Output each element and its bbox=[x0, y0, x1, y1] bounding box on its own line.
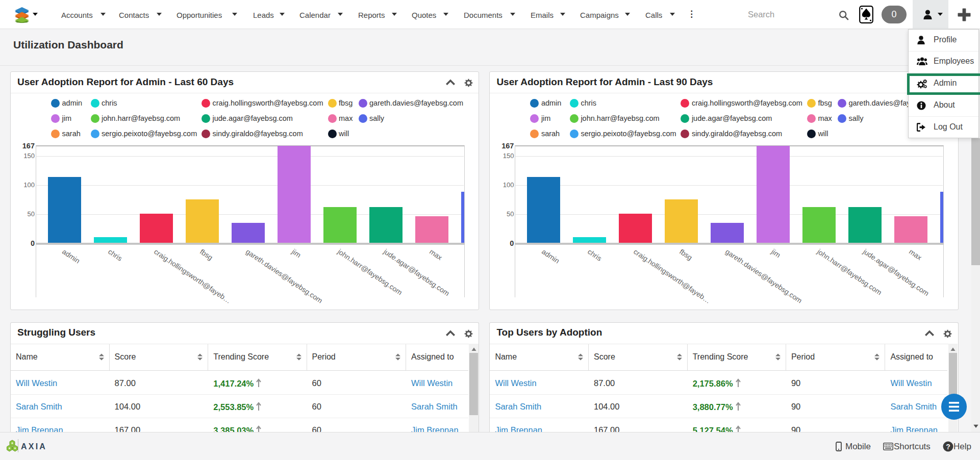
svg-text:?: ? bbox=[946, 443, 950, 451]
